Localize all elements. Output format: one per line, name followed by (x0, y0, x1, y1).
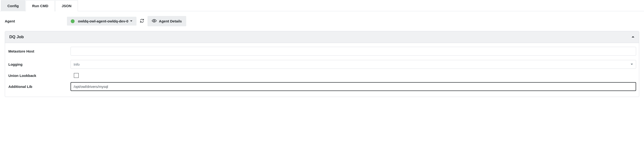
dq-job-title: DQ Job (9, 35, 24, 39)
refresh-icon (140, 19, 144, 24)
tab-json[interactable]: JSON (55, 0, 78, 11)
metastore-host-input[interactable] (70, 47, 636, 56)
dq-job-panel-body: Metastore Host Logging Info Union Lookba… (5, 43, 639, 97)
logging-row: Logging Info (8, 60, 636, 69)
content-area: Agent owldq-owl-agent-owldq-dev-0 (0, 11, 644, 97)
svg-point-0 (154, 20, 155, 21)
tab-bar: Config Run CMD JSON (0, 0, 644, 11)
metastore-host-row: Metastore Host (8, 47, 636, 56)
agent-details-button[interactable]: Agent Details (148, 16, 186, 26)
additional-lib-row: Additional Lib (8, 82, 636, 91)
union-lookback-label: Union Lookback (8, 74, 70, 78)
metastore-host-label: Metastore Host (8, 49, 70, 53)
dq-job-panel: DQ Job Metastore Host Logging Info (5, 31, 639, 97)
agent-selector[interactable]: owldq-owl-agent-owldq-dev-0 (67, 17, 136, 25)
refresh-button[interactable] (136, 16, 148, 26)
union-lookback-row: Union Lookback (8, 73, 636, 78)
additional-lib-input[interactable] (70, 82, 636, 91)
tab-config[interactable]: Config (1, 0, 25, 11)
chevron-up-icon[interactable] (631, 35, 635, 39)
eye-icon (152, 18, 159, 24)
logging-select[interactable]: Info (70, 60, 636, 69)
agent-details-label: Agent Details (159, 19, 182, 23)
status-dot-icon (71, 19, 74, 23)
agent-row: Agent owldq-owl-agent-owldq-dev-0 (5, 16, 639, 26)
agent-selected-name: owldq-owl-agent-owldq-dev-0 (78, 19, 128, 23)
logging-label: Logging (8, 62, 70, 66)
tab-run-cmd[interactable]: Run CMD (26, 0, 55, 11)
additional-lib-label: Additional Lib (8, 85, 70, 89)
agent-label: Agent (5, 19, 67, 23)
chevron-down-icon (130, 19, 133, 23)
union-lookback-checkbox[interactable] (74, 73, 79, 78)
dq-job-panel-header[interactable]: DQ Job (5, 31, 639, 43)
